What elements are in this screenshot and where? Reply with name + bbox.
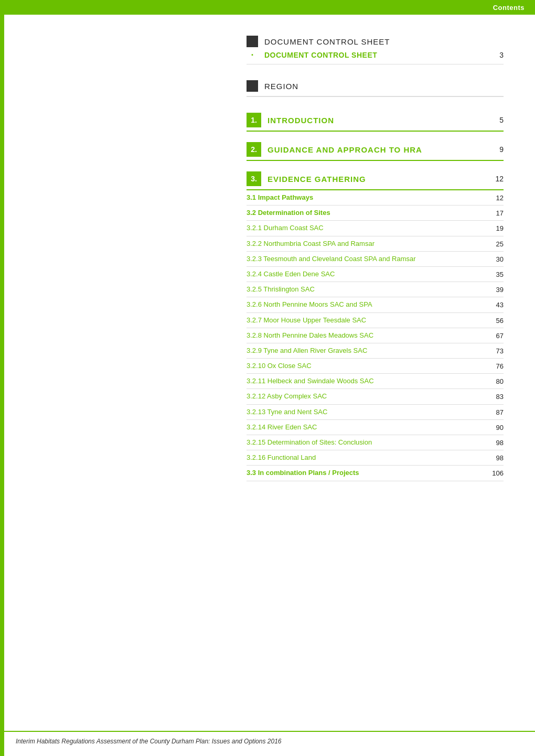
toc-entry-page: 87 [485,407,504,416]
toc-entry-page: 39 [485,285,504,294]
toc-entry-text: 3.2.11 Helbeck and Swindale Woods SAC [247,376,485,386]
toc-entry: 3.2.13 Tyne and Nent SAC87 [247,405,504,420]
toc-entry-page: 67 [485,331,504,340]
doc-control-block: DOCUMENT CONTROL SHEET · DOCUMENT CONTRO… [247,36,504,64]
toc-entry-text: 3.2.10 Ox Close SAC [247,361,485,371]
toc-entry-text: 3.2.2 Northumbria Coast SPA and Ramsar [247,239,485,249]
toc-entry-page: 25 [485,239,504,248]
toc-entry: 3.2.15 Determination of Sites: Conclusio… [247,435,504,450]
section-1-title: INTRODUCTION [268,116,488,125]
section-1-row: 1. INTRODUCTION 5 [247,113,504,132]
toc-entry: 3.2.8 North Pennine Dales Meadows SAC67 [247,328,504,343]
toc-entry-text: 3.2.1 Durham Coast SAC [247,223,485,233]
section-3-page: 12 [488,175,504,183]
toc-entry-page: 73 [485,346,504,355]
top-bar: Contents [0,0,535,15]
section-3-block: 3. EVIDENCE GATHERING 12 3.1 Impact Path… [247,171,504,481]
doc-subtitle-text: DOCUMENT CONTROL SHEET [264,51,488,59]
toc-entry-text: 3.2.7 Moor House Upper Teesdale SAC [247,316,485,325]
section-2-row: 2. GUIDANCE AND APPROACH TO HRA 9 [247,142,504,161]
top-bar-label: Contents [493,4,525,12]
toc-entry-page: 83 [485,392,504,401]
footer-text: Interim Habitats Regulations Assessment … [16,738,281,745]
footer: Interim Habitats Regulations Assessment … [0,731,535,746]
toc-entries: 3.1 Impact Pathways123.2 Determination o… [247,190,504,481]
toc-entry-text: 3.2.8 North Pennine Dales Meadows SAC [247,331,485,340]
section-3-title: EVIDENCE GATHERING [268,175,488,183]
toc-entry-text: 3.2 Determination of Sites [247,208,485,218]
toc-entry: 3.2.4 Castle Eden Dene SAC35 [247,267,504,282]
doc-control-page: 3 [488,51,504,59]
toc-entry: 3.1 Impact Pathways12 [247,190,504,206]
toc-entry-page: 56 [485,316,504,325]
region-block: REGION [247,80,504,97]
section-1-page: 5 [488,116,504,124]
dot-marker: · [247,49,258,61]
toc-entry-text: 3.2.3 Teesmouth and Cleveland Coast SPA … [247,254,485,264]
toc-entry-page: 17 [485,208,504,217]
toc-entry-text: 3.2.12 Asby Complex SAC [247,392,485,401]
toc-entry: 3.2.1 Durham Coast SAC19 [247,221,504,236]
toc-entry: 3.2.5 Thrislington SAC39 [247,282,504,297]
toc-entry: 3.2.3 Teesmouth and Cleveland Coast SPA … [247,252,504,267]
toc-entry-text: 3.2.15 Determination of Sites: Conclusio… [247,438,485,447]
toc-entry: 3.2.2 Northumbria Coast SPA and Ramsar25 [247,236,504,252]
section-2-number: 2. [247,142,261,157]
section-2-title: GUIDANCE AND APPROACH TO HRA [268,145,488,154]
region-row: REGION [247,80,504,97]
toc-entry-page: 90 [485,423,504,431]
section-2-block: 2. GUIDANCE AND APPROACH TO HRA 9 [247,142,504,161]
toc-entry: 3.2 Determination of Sites17 [247,206,504,221]
section-1-number: 1. [247,113,261,127]
toc-entry-page: 76 [485,361,504,370]
toc-entry: 3.2.10 Ox Close SAC76 [247,359,504,374]
toc-entry-page: 98 [485,453,504,462]
toc-entry: 3.3 In combination Plans / Projects106 [247,466,504,481]
section-3-row: 3. EVIDENCE GATHERING 12 [247,171,504,190]
section-1-block: 1. INTRODUCTION 5 [247,113,504,132]
toc-entry: 3.2.16 Functional Land98 [247,450,504,466]
toc-entry-text: 3.2.4 Castle Eden Dene SAC [247,269,485,279]
toc-entry-page: 30 [485,254,504,263]
main-content: DOCUMENT CONTROL SHEET · DOCUMENT CONTRO… [0,15,535,492]
left-accent-bar [0,0,4,756]
toc-entry-page: 43 [485,300,504,309]
toc-entry-page: 106 [485,468,504,477]
toc-entry: 3.2.7 Moor House Upper Teesdale SAC56 [247,313,504,328]
toc-entry-page: 35 [485,269,504,278]
region-label: REGION [264,82,298,91]
toc-container: DOCUMENT CONTROL SHEET · DOCUMENT CONTRO… [247,36,504,492]
toc-entry: 3.2.6 North Pennine Moors SAC and SPA43 [247,297,504,312]
region-color-block [247,80,258,92]
toc-entry-text: 3.2.5 Thrislington SAC [247,285,485,294]
section-3-number: 3. [247,171,261,186]
toc-entry: 3.2.12 Asby Complex SAC83 [247,389,504,404]
toc-entry-text: 3.2.14 River Eden SAC [247,423,485,432]
toc-entry-text: 3.1 Impact Pathways [247,193,485,202]
doc-main-title: DOCUMENT CONTROL SHEET [264,37,390,46]
toc-entry-page: 80 [485,376,504,385]
toc-entry: 3.2.9 Tyne and Allen River Gravels SAC73 [247,343,504,359]
doc-subtitle-row: · DOCUMENT CONTROL SHEET 3 [247,49,504,64]
toc-entry-text: 3.2.13 Tyne and Nent SAC [247,407,485,417]
toc-entry: 3.2.14 River Eden SAC90 [247,420,504,435]
section-2-page: 9 [488,145,504,154]
toc-entry-text: 3.2.6 North Pennine Moors SAC and SPA [247,300,485,309]
toc-entry-page: 98 [485,438,504,447]
toc-entry: 3.2.11 Helbeck and Swindale Woods SAC80 [247,374,504,389]
toc-entry-text: 3.2.16 Functional Land [247,453,485,462]
doc-control-color-block [247,36,258,47]
doc-title-row: DOCUMENT CONTROL SHEET [247,36,504,47]
toc-entry-text: 3.2.9 Tyne and Allen River Gravels SAC [247,346,485,355]
toc-entry-page: 19 [485,223,504,232]
toc-entry-page: 12 [485,193,504,202]
toc-entry-text: 3.3 In combination Plans / Projects [247,468,485,478]
